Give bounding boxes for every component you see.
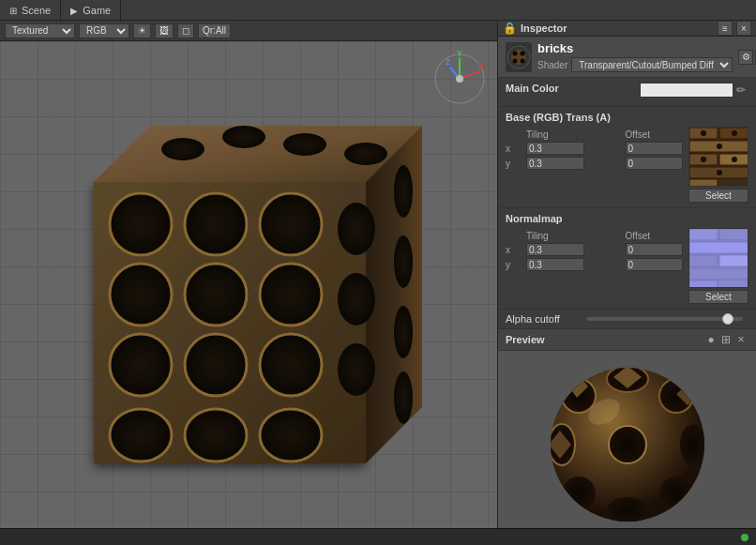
norm-offset-col-label: Offset — [626, 231, 684, 241]
svg-rect-59 — [689, 179, 718, 187]
svg-point-63 — [701, 157, 706, 162]
svg-rect-71 — [719, 255, 748, 266]
shader-label: Shader — [537, 60, 567, 70]
inspector-menu-btn[interactable]: ≡ — [718, 21, 733, 36]
tab-game[interactable]: ▶ Game — [61, 0, 121, 21]
norm-offset-x-input[interactable] — [626, 243, 684, 256]
tab-game-label: Game — [83, 5, 111, 16]
svg-point-50 — [513, 58, 518, 63]
3d-view — [19, 60, 450, 520]
material-header: bricks Shader Transparent/Cutout/Bumped … — [498, 37, 756, 78]
preview-area[interactable] — [498, 351, 756, 528]
viewport-area[interactable]: Z Y X — [0, 41, 497, 528]
status-bar — [0, 528, 756, 545]
img-btn[interactable]: 🖼 — [155, 23, 174, 38]
preview-sphere-svg — [543, 360, 712, 528]
svg-point-21 — [344, 143, 387, 165]
norm-offset-y-input[interactable] — [626, 258, 684, 271]
shader-row: Shader Transparent/Cutout/Bumped Diff — [537, 57, 733, 72]
color-mode-select[interactable]: RGB Alpha — [79, 23, 129, 38]
base-texture-thumb-container: Select — [688, 127, 748, 203]
alpha-cutoff-row: Alpha cutoff — [498, 310, 756, 329]
svg-rect-68 — [719, 229, 748, 240]
svg-rect-67 — [689, 229, 718, 240]
normalmap-tiling-header: Tiling Offset — [506, 231, 683, 241]
base-tiling-x-input[interactable] — [526, 142, 584, 155]
material-settings-btn[interactable]: ⚙ — [738, 50, 753, 65]
inspector-panel: 🔒 Inspector ≡ × — [498, 21, 756, 528]
svg-point-64 — [732, 157, 737, 162]
svg-point-24 — [394, 306, 413, 358]
svg-point-23 — [394, 235, 413, 288]
svg-rect-72 — [689, 268, 748, 280]
alpha-slider[interactable] — [586, 317, 743, 321]
svg-text:X: X — [478, 62, 484, 71]
svg-point-22 — [394, 165, 413, 218]
base-x-label: x — [506, 144, 524, 154]
game-icon: ▶ — [70, 6, 78, 16]
normalmap-select-btn[interactable]: Select — [688, 290, 748, 304]
offset-col-label: Offset — [626, 129, 684, 140]
viewport-panel: Textured Wireframe RGB Alpha ☀ 🖼 ◻ Qr:Al… — [0, 21, 498, 528]
color-swatch[interactable] — [640, 83, 733, 98]
viewport-mode-select[interactable]: Textured Wireframe — [5, 23, 75, 38]
orientation-gizmo: Z Y X — [431, 51, 488, 107]
layers-btn[interactable]: Qr:All — [198, 23, 231, 38]
base-offset-y-input[interactable] — [626, 157, 684, 170]
normalmap-texture-thumb-container: Select — [688, 228, 748, 304]
preview-title: Preview — [506, 334, 703, 345]
svg-rect-69 — [689, 242, 748, 253]
svg-point-6 — [338, 203, 375, 255]
preview-toggle-btn[interactable]: ● — [703, 332, 718, 347]
material-name: bricks — [537, 41, 733, 55]
svg-point-48 — [513, 51, 518, 55]
norm-tiling-y-input[interactable] — [526, 258, 584, 271]
base-texture-row: Tiling Offset x y — [506, 127, 748, 203]
svg-point-20 — [283, 133, 326, 156]
svg-point-61 — [732, 130, 737, 136]
tiling-col-label: Tiling — [526, 129, 584, 140]
main-color-section: Main Color ✏ — [498, 78, 756, 107]
base-tiling-y-input[interactable] — [526, 157, 584, 170]
base-y-label: y — [506, 159, 524, 169]
svg-point-10 — [338, 273, 375, 325]
norm-x-label: x — [506, 245, 524, 255]
preview-header: Preview ● ⊞ × — [498, 329, 756, 351]
sun-btn[interactable]: ☀ — [133, 23, 151, 38]
inspector-header: 🔒 Inspector ≡ × — [498, 21, 756, 37]
norm-tiling-x-input[interactable] — [526, 243, 584, 256]
color-picker-btn[interactable]: ✏ — [733, 83, 748, 98]
preview-menu-btn[interactable]: × — [733, 332, 748, 347]
grid-btn[interactable]: ◻ — [177, 23, 194, 38]
base-y-row: y — [506, 157, 683, 170]
svg-point-25 — [394, 371, 413, 424]
alpha-slider-thumb[interactable] — [722, 313, 733, 325]
normalmap-texture-thumb[interactable] — [688, 228, 748, 288]
svg-point-45 — [456, 75, 463, 83]
normalmap-tiling-info: Tiling Offset x y — [506, 228, 683, 271]
inspector-close-btn[interactable]: × — [736, 21, 751, 36]
base-select-btn[interactable]: Select — [688, 189, 748, 203]
svg-point-65 — [717, 170, 722, 175]
base-offset-x-input[interactable] — [626, 142, 684, 155]
inspector-title: Inspector — [521, 23, 714, 34]
base-x-row: x — [506, 142, 683, 155]
svg-point-51 — [521, 58, 525, 63]
svg-point-18 — [161, 138, 204, 160]
main-color-row: Main Color ✏ — [506, 83, 748, 98]
tab-bar: ⊞ Scene ▶ Game — [0, 0, 756, 21]
svg-point-79 — [607, 497, 648, 523]
preview-expand-btn[interactable]: ⊞ — [718, 332, 733, 347]
base-texture-thumb[interactable] — [688, 127, 748, 187]
tab-scene[interactable]: ⊞ Scene — [0, 0, 61, 21]
lock-icon: 🔒 — [503, 22, 517, 35]
viewport-toolbar: Textured Wireframe RGB Alpha ☀ 🖼 ◻ Qr:Al… — [0, 21, 497, 41]
normalmap-texture-row: Tiling Offset x y — [506, 228, 748, 304]
material-icon — [506, 42, 532, 72]
normalmap-section: Normalmap Tiling Offset x — [498, 208, 756, 310]
norm-x-row: x — [506, 243, 683, 256]
material-header-btns: ⚙ ⋯ — [738, 50, 756, 65]
preview-section: Preview ● ⊞ × — [498, 329, 756, 528]
shader-select[interactable]: Transparent/Cutout/Bumped Diff — [571, 57, 733, 72]
svg-point-83 — [659, 477, 693, 510]
